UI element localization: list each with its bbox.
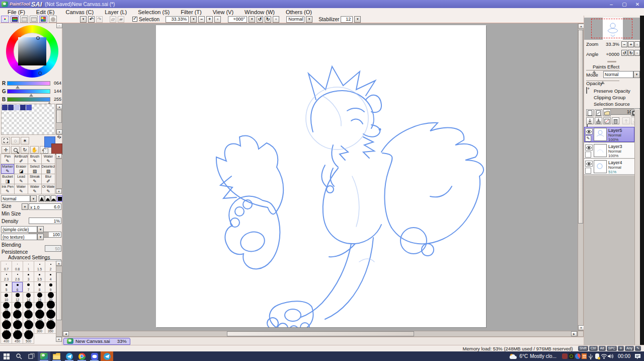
toggle-hsv-sliders-button[interactable]	[20, 16, 28, 23]
layer-item[interactable]: Layer3 Normal 100%	[584, 143, 634, 159]
weather-icon[interactable]	[508, 353, 518, 359]
swatch-chip[interactable]	[14, 105, 20, 110]
taskbar-telegram-attention-app[interactable]	[101, 351, 113, 361]
menu-selection[interactable]: Selection (S)	[132, 9, 175, 15]
layer-mode-select[interactable]: Normal	[603, 71, 633, 78]
size-unit-dropdown-button[interactable]: ▾	[22, 203, 28, 210]
taskbar-clock[interactable]: 00:00	[618, 353, 630, 359]
r-slider[interactable]	[7, 81, 50, 86]
brush-blend-mode-dropdown-button[interactable]: ▾	[30, 195, 37, 202]
brush-size-cell[interactable]: 1	[23, 261, 34, 272]
wifi-icon[interactable]	[601, 353, 607, 359]
min-size-field[interactable]: 1%	[29, 218, 61, 224]
tray-colored-circle-icon[interactable]	[575, 353, 581, 359]
brush-grid-scroll-up-icon[interactable]: ▲	[56, 261, 62, 266]
lasso-tool[interactable]: ◌	[11, 137, 20, 145]
new-linework-layer-button[interactable]	[595, 109, 602, 116]
rect-select-tool[interactable]	[2, 137, 10, 145]
tool-cell[interactable]: Lead✎	[15, 174, 28, 184]
rotation-dropdown-button[interactable]: ▾	[249, 16, 255, 23]
close-button[interactable]: ✕	[631, 0, 644, 8]
brush-size-cell[interactable]: 3	[23, 272, 34, 282]
tool-cell[interactable]: Water✎	[42, 154, 55, 164]
brush-size-cell[interactable]: 300	[34, 323, 45, 334]
layer-mode-dropdown-button[interactable]: ▾	[633, 71, 640, 78]
toggle-swatches-button[interactable]	[39, 16, 47, 23]
brush-grid-scroll-thumb[interactable]	[56, 272, 62, 320]
brush-size-cell[interactable]: 8	[34, 282, 45, 293]
saturation-value-square[interactable]	[18, 37, 46, 65]
nav-rotate-reset-button[interactable]: ▫	[634, 50, 640, 56]
background-color-swatch[interactable]	[51, 143, 62, 155]
menu-edit[interactable]: Edit (E)	[31, 9, 60, 15]
tool-cell[interactable]: Ol Wate✎	[42, 184, 55, 194]
paints-effect-expand-icon[interactable]	[586, 87, 587, 94]
maximize-button[interactable]: ▢	[618, 0, 631, 8]
start-button[interactable]	[0, 351, 13, 361]
canvas-vscroll-thumb[interactable]	[578, 30, 583, 224]
transparent-color-swatch[interactable]	[43, 149, 48, 154]
brush-size-cell[interactable]: 1.5	[34, 261, 45, 272]
brush-shape-square-button[interactable]	[57, 195, 62, 202]
brush-texture-select[interactable]: (no texture)	[1, 234, 37, 240]
r-slider-marker[interactable]	[16, 86, 20, 89]
brush-size-cell[interactable]: 2.6	[12, 272, 23, 282]
menu-window[interactable]: Window (W)	[239, 9, 280, 15]
canvas-corner-button[interactable]: ▫	[56, 23, 62, 28]
magic-wand-tool[interactable]: ✶	[21, 137, 29, 145]
tool-cell-selected[interactable]: Marker✎	[1, 164, 15, 174]
tool-cell[interactable]: Blur✐	[42, 174, 55, 184]
minimize-button[interactable]: –	[605, 0, 618, 8]
clear-layer-button[interactable]	[603, 117, 611, 124]
stabilizer-dropdown-button[interactable]: ▾	[354, 16, 361, 23]
tool-grid-scroll-up-icon[interactable]: ▲	[56, 154, 62, 159]
nav-zoom-in-button[interactable]: +	[628, 41, 634, 47]
scratchpad[interactable]	[1, 104, 55, 135]
tray-usb-icon[interactable]	[588, 353, 594, 359]
b-slider[interactable]	[7, 97, 50, 102]
brush-size-cell[interactable]: 500	[23, 334, 34, 344]
task-view-button[interactable]	[25, 351, 38, 361]
merge-down-button[interactable]	[595, 117, 602, 124]
brush-size-cell[interactable]: 3.5	[34, 272, 45, 282]
layer-visibility-toggle[interactable]	[585, 161, 593, 167]
taskbar-explorer-app[interactable]	[50, 351, 63, 361]
swatch-chip[interactable]	[20, 105, 26, 110]
rotation-field[interactable]: +000°	[228, 16, 247, 23]
zoom-in-button[interactable]: +	[206, 16, 213, 23]
brush-size-cell[interactable]: 450	[12, 334, 23, 344]
tool-cell[interactable]: Brush✎	[28, 154, 42, 164]
layer-item[interactable]: Layer4 Normal 51%	[584, 159, 634, 175]
transfer-down-button[interactable]	[586, 117, 594, 124]
brush-size-cell[interactable]: 2.3	[1, 272, 12, 282]
sv-marker[interactable]	[36, 36, 40, 40]
brush-edge-shape-select[interactable]: (simple circle)	[1, 226, 37, 233]
canvas-page[interactable]	[156, 25, 486, 327]
layer-thumbnail[interactable]	[594, 160, 607, 173]
nav-zoom-out-button[interactable]: −	[621, 41, 627, 47]
brush-size-cell[interactable]: 2	[45, 261, 56, 272]
hand-tool[interactable]: ✋	[30, 146, 39, 154]
history-dropdown-button[interactable]: ▾	[80, 16, 87, 23]
tool-cell[interactable]: Water✎	[28, 184, 42, 194]
brush-size-cell[interactable]: 9	[45, 282, 56, 293]
undo-button[interactable]: ↶	[88, 16, 95, 23]
taskbar-search-button[interactable]	[13, 351, 25, 361]
stabilizer-field[interactable]: 12	[341, 16, 353, 23]
brush-size-cell[interactable]: 0.8	[12, 261, 23, 272]
brush-size-cell[interactable]: 5	[1, 282, 12, 293]
layer-visibility-toggle[interactable]	[585, 128, 593, 134]
paint-mode-field[interactable]: Normal	[286, 16, 304, 23]
canvas-hscroll-thumb[interactable]	[227, 331, 414, 336]
brush-grid-scroll-down-icon[interactable]: ▼	[56, 337, 62, 342]
ascend-layer-button[interactable]	[622, 117, 630, 124]
navigator[interactable]	[584, 18, 640, 40]
taskbar-chrome-app[interactable]	[75, 351, 88, 361]
rotate-tool[interactable]: ↻	[21, 146, 29, 154]
brush-size-cell[interactable]: 400	[1, 334, 12, 344]
zoom-tool[interactable]	[11, 146, 20, 154]
zoom-reset-button[interactable]: ▫	[214, 16, 221, 23]
tray-red-app-icon[interactable]	[561, 353, 568, 359]
scroll-right-icon[interactable]: ▶	[571, 331, 577, 336]
paint-mode-dropdown-button[interactable]: ▾	[306, 16, 312, 23]
